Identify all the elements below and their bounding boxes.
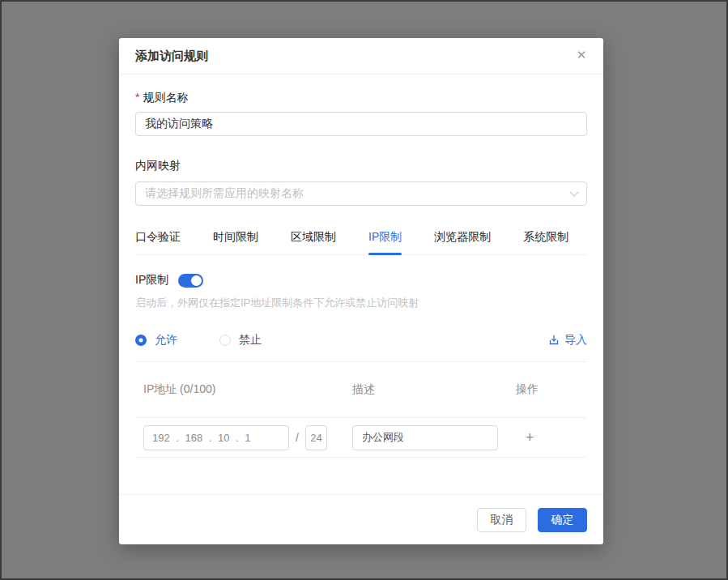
header-ip-address: IP地址 (0/100) — [135, 382, 344, 397]
dialog-title: 添加访问规则 — [135, 49, 208, 64]
dialog-body: * 规则名称 内网映射 请选择规则所需应用的映射名称 口令验证 时间限制 区域限… — [119, 75, 603, 474]
tab-system-limit[interactable]: 系统限制 — [523, 230, 568, 254]
rule-name-label-text: 规则名称 — [143, 91, 188, 104]
dialog-footer: 取消 确定 — [119, 494, 603, 544]
import-icon — [548, 335, 560, 346]
ip-rules-table: IP地址 (0/100) 描述 操作 192 . 168 . 10 . 1 / … — [135, 361, 587, 458]
radio-allow-circle-icon — [135, 335, 147, 346]
description-cell — [344, 425, 508, 450]
mapping-label-text: 内网映射 — [135, 159, 181, 172]
dialog-header: 添加访问规则 ✕ — [119, 38, 603, 75]
toggle-knob — [191, 275, 202, 286]
tab-ip-limit[interactable]: IP限制 — [368, 230, 402, 254]
mode-radio-group: 允许 禁止 — [135, 333, 262, 348]
mode-row: 允许 禁止 导入 — [135, 333, 587, 348]
subnet-mask-input[interactable]: 24 — [305, 425, 327, 450]
restriction-tabs: 口令验证 时间限制 区域限制 IP限制 浏览器限制 系统限制 — [135, 230, 587, 255]
ip-restriction-label: IP限制 — [135, 273, 168, 288]
tab-password-verify[interactable]: 口令验证 — [135, 230, 181, 254]
import-button-label: 导入 — [564, 333, 587, 348]
radio-allow[interactable]: 允许 — [135, 333, 177, 348]
table-row: 192 . 168 . 10 . 1 / 24 + — [135, 418, 587, 458]
header-actions: 操作 — [508, 382, 587, 397]
mapping-select[interactable]: 请选择规则所需应用的映射名称 — [135, 181, 587, 206]
mapping-select-placeholder: 请选择规则所需应用的映射名称 — [145, 186, 304, 201]
ip-address-value: 192 . 168 . 10 . 1 — [152, 432, 251, 444]
add-row-icon[interactable]: + — [516, 429, 534, 446]
ip-address-input[interactable]: 192 . 168 . 10 . 1 — [143, 425, 289, 450]
ip-restriction-toggle-row: IP限制 — [135, 273, 587, 288]
rule-name-label: * 规则名称 — [135, 91, 587, 104]
actions-cell: + — [508, 430, 587, 446]
import-button[interactable]: 导入 — [548, 333, 587, 348]
required-asterisk: * — [135, 91, 139, 104]
close-icon[interactable]: ✕ — [573, 46, 590, 64]
chevron-down-icon — [569, 187, 578, 196]
ip-address-cell: 192 . 168 . 10 . 1 / 24 — [135, 425, 344, 450]
tab-time-limit[interactable]: 时间限制 — [213, 230, 258, 254]
add-access-rule-dialog: 添加访问规则 ✕ * 规则名称 内网映射 请选择规则所需应用的映射名称 口令验证… — [119, 38, 603, 544]
table-header-row: IP地址 (0/100) 描述 操作 — [135, 362, 587, 418]
ip-restriction-help-text: 启动后，外网仅在指定IP地址限制条件下允许或禁止访问映射 — [135, 296, 587, 310]
header-description: 描述 — [344, 382, 508, 397]
modal-backdrop: { "colors": { "accent": "#2b6de0", "dang… — [0, 0, 728, 580]
mapping-label: 内网映射 — [135, 159, 587, 172]
radio-deny-label: 禁止 — [239, 333, 262, 348]
confirm-button[interactable]: 确定 — [538, 508, 587, 532]
radio-deny-circle-icon — [219, 335, 231, 346]
subnet-mask-value: 24 — [310, 432, 321, 444]
ip-restriction-toggle[interactable] — [178, 274, 203, 288]
mask-separator: / — [296, 431, 299, 444]
tab-region-limit[interactable]: 区域限制 — [291, 230, 336, 254]
rule-name-input[interactable] — [135, 112, 587, 136]
tab-browser-limit[interactable]: 浏览器限制 — [434, 230, 491, 254]
radio-deny[interactable]: 禁止 — [219, 333, 262, 348]
cancel-button[interactable]: 取消 — [477, 508, 526, 532]
description-input[interactable] — [352, 425, 498, 450]
radio-allow-label: 允许 — [155, 333, 177, 348]
